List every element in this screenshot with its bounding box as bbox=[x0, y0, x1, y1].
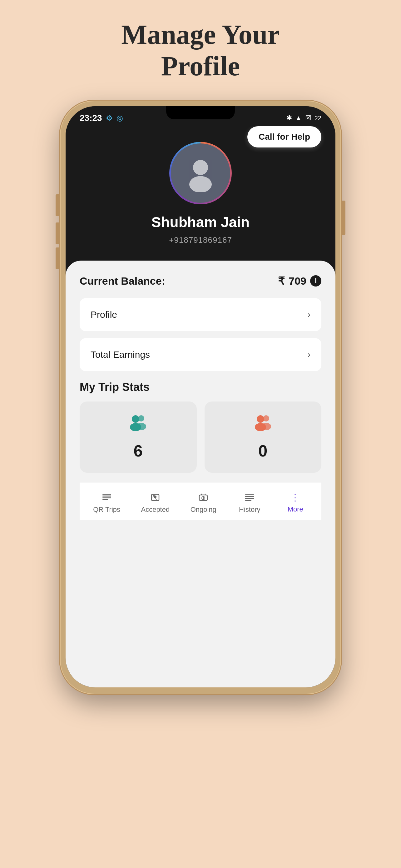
balance-label: Current Balance: bbox=[80, 275, 165, 287]
profile-menu-item[interactable]: Profile › bbox=[80, 298, 321, 331]
profile-label: Profile bbox=[91, 309, 117, 320]
cancelled-trips-count: 0 bbox=[258, 441, 267, 460]
svg-point-5 bbox=[136, 423, 146, 430]
svg-point-8 bbox=[263, 415, 269, 422]
svg-rect-21 bbox=[245, 500, 252, 501]
balance-amount: 709 bbox=[289, 275, 306, 287]
nav-item-ongoing[interactable]: Ongoing bbox=[184, 489, 223, 517]
status-left: 23:23 ⚙ ◎ bbox=[80, 113, 123, 123]
svg-rect-19 bbox=[245, 496, 254, 497]
history-nav-icon bbox=[244, 492, 255, 503]
signal-icon: ☒ bbox=[305, 114, 311, 122]
qr-trips-icon bbox=[101, 492, 112, 503]
nav-item-accepted[interactable]: Accepted bbox=[135, 489, 176, 517]
accepted-trips-count: 6 bbox=[134, 441, 143, 460]
svg-rect-10 bbox=[102, 494, 111, 495]
dark-header: Call for Help Shubham Jain +918791869167 bbox=[66, 126, 335, 260]
total-earnings-label: Total Earnings bbox=[91, 349, 150, 360]
trip-stats-title: My Trip Stats bbox=[80, 380, 321, 394]
profile-chevron-icon: › bbox=[308, 310, 310, 320]
svg-point-0 bbox=[193, 160, 208, 175]
ongoing-label: Ongoing bbox=[191, 505, 216, 514]
avatar-inner bbox=[171, 144, 230, 203]
avatar-container bbox=[169, 142, 232, 204]
user-phone: +918791869167 bbox=[169, 235, 232, 245]
cancelled-trips-icon bbox=[254, 414, 272, 435]
cancelled-trips-card: 0 bbox=[205, 402, 322, 473]
phone-screen: 23:23 ⚙ ◎ ✱ ▲ ☒ 22 Call for Help bbox=[66, 106, 335, 687]
accepted-nav-icon bbox=[149, 492, 161, 503]
nav-item-more[interactable]: ⋮ More bbox=[277, 489, 314, 517]
white-card: Current Balance: ₹ 709 i Profile › Total… bbox=[66, 260, 335, 687]
svg-rect-11 bbox=[102, 496, 111, 496]
bluetooth-icon: ✱ bbox=[287, 114, 292, 122]
balance-value: ₹ 709 i bbox=[278, 275, 321, 287]
status-icons: ✱ ▲ ☒ 22 bbox=[287, 114, 321, 122]
page-title: Manage Your Profile bbox=[60, 19, 341, 82]
more-label: More bbox=[288, 505, 303, 514]
info-icon[interactable]: i bbox=[310, 275, 321, 286]
ongoing-nav-icon bbox=[198, 492, 209, 503]
svg-rect-13 bbox=[102, 499, 108, 500]
avatar-silhouette-icon bbox=[182, 154, 219, 192]
nav-item-history[interactable]: History bbox=[231, 489, 268, 517]
earnings-chevron-icon: › bbox=[308, 350, 310, 360]
user-name: Shubham Jain bbox=[152, 214, 249, 230]
battery-indicator: 22 bbox=[314, 115, 321, 122]
page-container: Manage Your Profile 23:23 ⚙ ◎ ✱ ▲ ☒ 22 bbox=[60, 19, 341, 694]
svg-rect-20 bbox=[245, 498, 254, 499]
svg-rect-18 bbox=[245, 494, 254, 495]
battery-value: 22 bbox=[314, 115, 321, 122]
accepted-trips-card: 6 bbox=[80, 402, 197, 473]
qr-trips-label: QR Trips bbox=[93, 505, 120, 514]
stats-grid: 6 0 bbox=[80, 402, 321, 473]
bottom-nav: QR Trips Accepted bbox=[80, 482, 321, 520]
more-dots-icon: ⋮ bbox=[291, 492, 300, 503]
settings-icon: ⚙ bbox=[106, 114, 113, 122]
nav-item-qr-trips[interactable]: QR Trips bbox=[87, 489, 127, 517]
location-icon: ◎ bbox=[116, 114, 123, 122]
avatar-ring bbox=[169, 142, 232, 204]
wifi-icon: ▲ bbox=[295, 114, 302, 122]
history-label: History bbox=[239, 505, 260, 514]
phone-notch bbox=[166, 106, 235, 119]
svg-point-15 bbox=[154, 496, 157, 498]
svg-point-9 bbox=[261, 423, 271, 430]
accepted-trips-icon bbox=[129, 414, 147, 435]
svg-point-4 bbox=[138, 415, 144, 422]
total-earnings-menu-item[interactable]: Total Earnings › bbox=[80, 338, 321, 371]
svg-point-1 bbox=[189, 176, 212, 192]
phone-shell: 23:23 ⚙ ◎ ✱ ▲ ☒ 22 Call for Help bbox=[60, 101, 341, 694]
svg-rect-12 bbox=[102, 497, 111, 498]
call-help-button[interactable]: Call for Help bbox=[247, 126, 321, 148]
balance-row: Current Balance: ₹ 709 i bbox=[80, 275, 321, 287]
accepted-label: Accepted bbox=[141, 505, 170, 514]
status-time: 23:23 bbox=[80, 113, 102, 123]
balance-currency: ₹ bbox=[278, 275, 285, 287]
